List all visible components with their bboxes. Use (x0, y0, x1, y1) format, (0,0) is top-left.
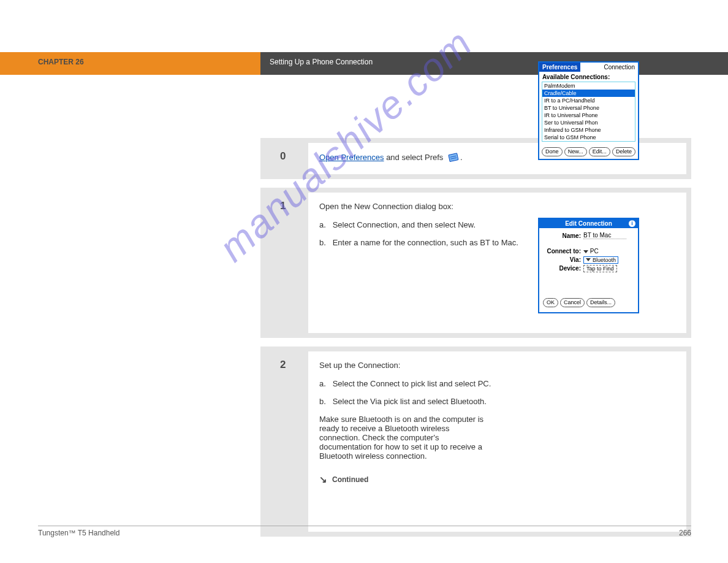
connect-to-value: PC (590, 248, 599, 255)
connect-to-picklist[interactable]: PC (583, 248, 634, 255)
step-number: 0 (265, 143, 308, 174)
step1-a-label: a. (319, 220, 330, 229)
step1-intro: Open the New Connection dialog box: (319, 201, 675, 212)
new-button[interactable]: New... (564, 147, 587, 156)
list-item[interactable]: Ser to Universal Phon (542, 119, 635, 126)
ok-button[interactable]: OK (543, 298, 558, 307)
step1-b-label: b. (319, 238, 330, 247)
step2-a: a. Select the Connect to pick list and s… (319, 379, 675, 388)
open-preferences-link[interactable]: Open Preferences (319, 153, 384, 162)
pda1-title: Preferences (539, 63, 580, 72)
device-label: Device: (543, 265, 583, 272)
step0-text-mid: and select Prefs (384, 153, 446, 162)
pda-preferences-screen: Preferences Connection Available Connect… (538, 61, 639, 160)
via-label: Via: (543, 256, 583, 263)
list-item[interactable]: Cradle/Cable (542, 90, 635, 97)
step2-note: Make sure Bluetooth is on and the comput… (319, 415, 491, 461)
step-number: 1 (265, 193, 308, 333)
pda1-tab[interactable]: Connection (580, 63, 638, 72)
step2-a-label: a. (319, 379, 330, 388)
step2-b-text: Select the Via pick list and select Blue… (333, 397, 487, 406)
pda1-header: Preferences Connection (539, 63, 638, 72)
details-button[interactable]: Details... (586, 298, 615, 307)
pda2-name-row: Name: BT to Mac (543, 232, 634, 239)
via-picklist[interactable]: Bluetooth (583, 256, 618, 264)
pda1-button-row: Done New... Edit... Delete (539, 145, 638, 159)
footer-page-number: 266 (679, 529, 691, 537)
chevron-down-icon (586, 258, 591, 261)
list-item[interactable]: Serial to GSM Phone (542, 134, 635, 141)
continue-arrow-icon: ↘ (319, 474, 327, 485)
chevron-down-icon (583, 250, 588, 253)
connect-to-label: Connect to: (543, 248, 583, 255)
page-footer: Tungsten™ T5 Handheld 266 (38, 526, 691, 537)
cancel-button[interactable]: Cancel (560, 298, 585, 307)
chapter-label: CHAPTER 26 (38, 58, 84, 66)
list-item[interactable]: BT to Universal Phone (542, 104, 635, 112)
device-tap-button[interactable]: Tap to Find (583, 265, 617, 272)
continued-label: Continued (332, 475, 368, 484)
name-input[interactable]: BT to Mac (583, 232, 626, 239)
step2-b: b. Select the Via pick list and select B… (319, 397, 675, 406)
info-icon[interactable]: i (629, 220, 635, 227)
svg-rect-0 (449, 153, 458, 162)
via-value: Bluetooth (593, 257, 616, 263)
main-content: 0 Open Preferences and select Prefs . 1 … (260, 138, 691, 545)
pda1-connection-list[interactable]: PalmModem Cradle/Cable IR to a PC/Handhe… (542, 82, 635, 142)
pda2-connect-row: Connect to: PC (543, 248, 634, 255)
pda2-button-row: OK Cancel Details... (543, 298, 634, 307)
delete-button[interactable]: Delete (612, 147, 635, 156)
done-button[interactable]: Done (542, 147, 563, 156)
prefs-icon (448, 153, 460, 163)
name-label: Name: (543, 232, 583, 239)
pda2-header: Edit Connection i (539, 219, 638, 228)
step1-a-text: Select Connection, and then select New. (333, 220, 476, 229)
list-item[interactable]: Infrared to GSM Phone (542, 126, 635, 134)
section-label: Setting Up a Phone Connection (270, 58, 373, 66)
step2-b-label: b. (319, 397, 330, 406)
list-item[interactable]: PalmModem (542, 82, 635, 90)
step2-a-text: Select the Connect to pick list and sele… (333, 379, 491, 388)
step-number: 2 (265, 351, 308, 532)
pda2-device-row: Device: Tap to Find (543, 265, 634, 272)
continued-indicator: ↘ Continued (319, 474, 675, 485)
step1-b-text: Enter a name for the connection, such as… (333, 238, 518, 247)
step2-intro: Set up the Connection: (319, 360, 675, 371)
edit-button[interactable]: Edit... (589, 147, 610, 156)
list-item[interactable]: IR to a PC/Handheld (542, 97, 635, 104)
pda1-section-label: Available Connections: (539, 72, 638, 82)
pda2-via-row: Via: Bluetooth (543, 256, 634, 264)
footer-device-name: Tungsten™ T5 Handheld (38, 529, 119, 537)
pda-edit-connection-screen: Edit Connection i Name: BT to Mac Connec… (538, 218, 639, 313)
pda2-title: Edit Connection (565, 220, 612, 227)
pda2-body: Name: BT to Mac Connect to: PC Via: Blue… (539, 228, 638, 312)
list-item[interactable]: IR to Universal Phone (542, 112, 635, 119)
step-block-2: 2 Set up the Connection: a. Select the C… (260, 347, 691, 537)
